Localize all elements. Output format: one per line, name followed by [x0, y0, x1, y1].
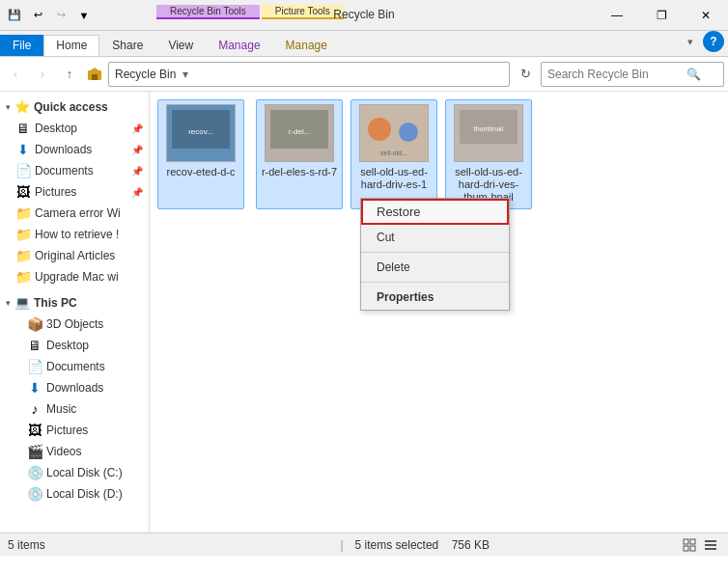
videos-icon: 🎬 — [27, 444, 42, 459]
folder-icon-retrieve: 📁 — [15, 227, 31, 242]
tab-view[interactable]: View — [155, 35, 206, 56]
context-menu-restore[interactable]: Restore — [361, 199, 509, 225]
context-menu-properties[interactable]: Properties — [361, 285, 509, 310]
sidebar-item-desktop[interactable]: 🖥 Desktop 📌 — [0, 118, 149, 139]
sidebar-retrieve-label: How to retrieve ! — [35, 228, 143, 241]
view-buttons — [680, 536, 720, 554]
tab-manage-picture[interactable]: Manage — [273, 35, 340, 56]
sidebar-desktop-label: Desktop — [35, 122, 127, 135]
svg-point-11 — [399, 123, 418, 142]
file-item-2[interactable]: r-del... r-del-eles-s-rd-7 — [256, 99, 343, 209]
sidebar-music-label: Music — [46, 402, 143, 416]
quick-access-header[interactable]: ▾ ⭐ Quick access — [0, 96, 149, 118]
pin-icon-doc: 📌 — [131, 166, 143, 177]
svg-point-10 — [368, 118, 391, 141]
sidebar-item-music[interactable]: ♪ Music — [0, 398, 149, 420]
ribbon-tabs-row: File Home Share View Manage Manage ▾ ? — [0, 31, 728, 56]
pin-icon: 📌 — [131, 123, 143, 134]
this-pc-header[interactable]: ▾ 💻 This PC — [0, 291, 149, 314]
svg-text:sell-old...: sell-old... — [380, 150, 407, 156]
tab-file[interactable]: File — [0, 35, 43, 56]
quick-access-toolbar: 💾 ↩ ↪ ▼ — [0, 0, 98, 30]
pin-icon-dl: 📌 — [131, 145, 143, 155]
search-icon[interactable]: 🔍 — [686, 68, 701, 81]
svg-text:recov...: recov... — [188, 127, 213, 136]
file-thumb-1: recov... — [166, 104, 236, 162]
status-item-count: 5 items — [8, 538, 328, 552]
this-pc-chevron: ▾ — [6, 298, 11, 308]
sidebar-local-c-label: Local Disk (C:) — [46, 466, 143, 479]
sidebar-item-pictures-pc[interactable]: 🖼 Pictures — [0, 420, 149, 441]
sidebar-item-downloads-pc[interactable]: ⬇ Downloads — [0, 377, 149, 398]
desktop-icon: 🖥 — [15, 121, 31, 136]
sidebar-item-camera-error[interactable]: 📁 Camera error Wi — [0, 203, 149, 224]
file-thumb-4: thumbnail — [454, 104, 523, 162]
save-button[interactable]: 💾 — [4, 5, 25, 26]
address-bar: ‹ › ↑ Recycle Bin ▾ ↻ 🔍 — [0, 57, 728, 92]
search-input[interactable] — [547, 68, 683, 81]
file-item-1[interactable]: recov... recov-eted-d-c — [157, 99, 244, 209]
up-button[interactable]: ↑ — [58, 63, 81, 86]
sidebar: ▾ ⭐ Quick access 🖥 Desktop 📌 ⬇ Downloads… — [0, 92, 150, 533]
documents-icon: 📄 — [15, 163, 31, 178]
svg-rect-18 — [684, 546, 688, 551]
this-pc-icon: 💻 — [14, 295, 30, 310]
sidebar-item-original-articles[interactable]: 📁 Original Articles — [0, 245, 149, 266]
sidebar-desktop-pc-label: Desktop — [46, 339, 143, 352]
3d-objects-icon: 📦 — [27, 316, 42, 332]
status-bar: 5 items | 5 items selected 756 KB — [0, 533, 728, 556]
address-box[interactable]: Recycle Bin ▾ — [108, 62, 510, 87]
details-view-button[interactable] — [701, 536, 720, 554]
sidebar-item-desktop-pc[interactable]: 🖥 Desktop — [0, 335, 149, 356]
local-c-icon: 💿 — [27, 465, 42, 480]
refresh-button[interactable]: ↻ — [514, 63, 537, 86]
title-bar: 💾 ↩ ↪ ▼ Recycle Bin Tools Picture Tools … — [0, 0, 728, 31]
svg-rect-20 — [705, 540, 716, 542]
tab-manage-recycle[interactable]: Manage — [206, 35, 272, 56]
undo-button[interactable]: ↩ — [27, 5, 48, 26]
maximize-button[interactable]: ❐ — [639, 0, 684, 31]
svg-rect-19 — [690, 546, 695, 551]
file-item-3[interactable]: sell-old... sell-old-us-ed-hard-driv-es-… — [350, 99, 437, 209]
file-thumb-3: sell-old... — [359, 104, 429, 162]
back-button[interactable]: ‹ — [4, 63, 27, 86]
svg-text:r-del...: r-del... — [289, 127, 311, 136]
local-d-icon: 💿 — [27, 486, 42, 502]
help-button[interactable]: ? — [703, 31, 724, 52]
close-button[interactable]: ✕ — [684, 0, 728, 31]
sidebar-item-local-d[interactable]: 💿 Local Disk (D:) — [0, 483, 149, 505]
status-selected-info: 5 items selected 756 KB — [355, 538, 676, 552]
context-menu-delete[interactable]: Delete — [361, 255, 509, 280]
sidebar-item-documents-pc[interactable]: 📄 Documents — [0, 356, 149, 377]
sidebar-item-videos[interactable]: 🎬 Videos — [0, 441, 149, 462]
sidebar-item-pictures[interactable]: 🖼 Pictures 📌 — [0, 181, 149, 203]
svg-marker-1 — [88, 68, 101, 72]
file-item-4[interactable]: thumbnail sell-old-us-ed-hard-dri-ves-th… — [445, 99, 532, 209]
sidebar-upgrade-label: Upgrade Mac wi — [35, 270, 143, 284]
sidebar-item-3dobjects[interactable]: 📦 3D Objects — [0, 314, 149, 335]
customize-button[interactable]: ▼ — [73, 5, 95, 26]
minimize-button[interactable]: — — [595, 0, 639, 31]
sidebar-item-how-to-retrieve[interactable]: 📁 How to retrieve ! — [0, 224, 149, 245]
redo-button[interactable]: ↪ — [50, 5, 71, 26]
sidebar-item-local-c[interactable]: 💿 Local Disk (C:) — [0, 462, 149, 483]
file-label-1: recov-eted-d-c — [162, 166, 239, 178]
chevron-down-icon[interactable]: ▾ — [682, 36, 699, 48]
sidebar-item-upgrade-mac[interactable]: 📁 Upgrade Mac wi — [0, 266, 149, 287]
file-thumb-2: r-del... — [265, 104, 334, 162]
quick-access-star-icon: ⭐ — [14, 99, 30, 114]
svg-rect-16 — [684, 539, 688, 544]
downloads-pc-icon: ⬇ — [27, 380, 42, 396]
search-box[interactable]: 🔍 — [541, 62, 724, 87]
tab-home[interactable]: Home — [43, 35, 99, 56]
context-menu-cut[interactable]: Cut — [361, 225, 509, 250]
file-area[interactable]: recov... recov-eted-d-c r-del... r-del-e… — [150, 92, 728, 533]
desktop-pc-icon: 🖥 — [27, 338, 42, 353]
large-icons-view-button[interactable] — [680, 536, 699, 554]
tab-share[interactable]: Share — [99, 35, 155, 56]
file-label-2: r-del-eles-s-rd-7 — [261, 166, 338, 178]
sidebar-item-documents[interactable]: 📄 Documents 📌 — [0, 160, 149, 181]
sidebar-item-downloads[interactable]: ⬇ Downloads 📌 — [0, 139, 149, 160]
address-dropdown-button[interactable]: ▾ — [176, 68, 195, 81]
forward-button[interactable]: › — [31, 63, 54, 86]
